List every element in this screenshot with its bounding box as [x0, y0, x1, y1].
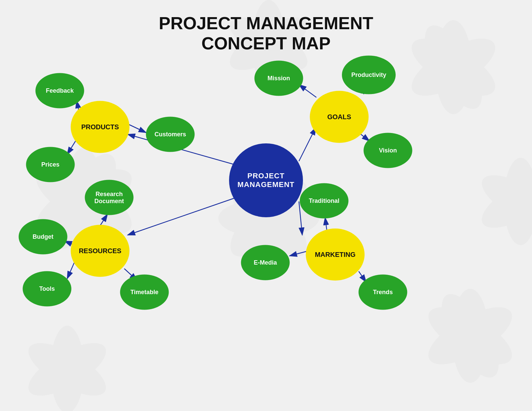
node-products: PRODUCTS — [71, 101, 130, 153]
node-productivity: Productivity — [342, 56, 396, 94]
node-customers: Customers — [146, 117, 195, 152]
node-research-document: Research Document — [85, 180, 134, 215]
node-timetable: Timetable — [120, 275, 169, 310]
node-vision: Vision — [364, 133, 412, 168]
node-tools: Tools — [23, 271, 72, 307]
node-trends: Trends — [359, 275, 407, 310]
node-budget: Budget — [19, 219, 68, 255]
node-center: PROJECT MANAGEMENT — [229, 143, 303, 217]
node-prices: Prices — [26, 147, 75, 182]
node-emedia: E-Media — [241, 245, 290, 280]
node-feedback: Feedback — [36, 73, 84, 108]
node-resources: RESOURCES — [71, 225, 130, 277]
node-marketing: MARKETING — [306, 229, 365, 281]
node-goals: GOALS — [310, 91, 369, 143]
node-mission: Mission — [255, 61, 303, 96]
page-title: PROJECT MANAGEMENT CONCEPT MAP — [159, 13, 373, 54]
node-traditional: Traditional — [300, 183, 349, 219]
